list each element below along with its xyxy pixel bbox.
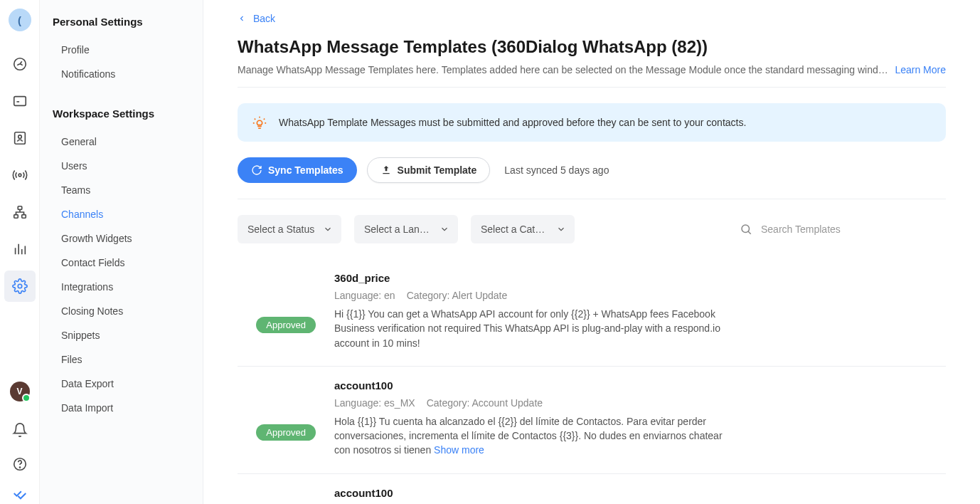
- submit-template-button[interactable]: Submit Template: [367, 157, 491, 183]
- sync-templates-label: Sync Templates: [268, 164, 343, 176]
- sidebar-item-channels[interactable]: Channels: [53, 202, 190, 226]
- search-icon: [740, 223, 752, 236]
- template-body-col: account100Language: es_MXCategory: Accou…: [334, 379, 733, 458]
- status-badge: Approved: [256, 424, 316, 441]
- status-badge: Approved: [256, 317, 316, 333]
- show-more-link[interactable]: Show more: [434, 444, 484, 456]
- sidebar-item-teams[interactable]: Teams: [53, 178, 190, 202]
- settings-sidebar: Personal Settings ProfileNotifications W…: [40, 0, 203, 504]
- svg-rect-5: [18, 206, 22, 210]
- filter-category-select[interactable]: Select a Categ…: [471, 215, 575, 243]
- template-language: Language: es_MX: [334, 397, 415, 409]
- inbox-icon[interactable]: [4, 85, 36, 117]
- nav-rail: ( V: [0, 0, 40, 504]
- bell-icon[interactable]: [4, 414, 36, 446]
- sidebar-item-closing-notes[interactable]: Closing Notes: [53, 299, 190, 323]
- workspace-settings-heading: Workspace Settings: [53, 107, 190, 120]
- svg-rect-1: [14, 97, 26, 106]
- template-name: account100: [334, 379, 733, 392]
- template-body-col: account100Language: esCategory: Account …: [334, 487, 733, 504]
- page-description: Manage WhatsApp Message Templates here. …: [238, 64, 889, 75]
- filter-language-select[interactable]: Select a Langu…: [354, 215, 458, 243]
- chevron-left-icon: [238, 14, 246, 23]
- svg-point-8: [18, 284, 22, 288]
- svg-rect-6: [14, 215, 18, 219]
- sidebar-item-contact-fields[interactable]: Contact Fields: [53, 251, 190, 275]
- sidebar-item-profile[interactable]: Profile: [53, 38, 190, 62]
- template-meta: Language: es_MXCategory: Account Update: [334, 397, 733, 409]
- template-list: Approved360d_priceLanguage: enCategory: …: [238, 259, 946, 504]
- template-category: Category: Account Update: [427, 397, 543, 409]
- template-body-text: Hi {{1}} You can get a WhatsApp API acco…: [334, 307, 733, 350]
- user-avatar[interactable]: V: [10, 382, 30, 401]
- submit-template-label: Submit Template: [398, 164, 477, 176]
- reports-icon[interactable]: [4, 233, 36, 265]
- workspace-avatar[interactable]: (: [9, 9, 31, 31]
- svg-point-3: [18, 135, 21, 139]
- sidebar-item-data-import[interactable]: Data Import: [53, 396, 190, 420]
- help-icon[interactable]: [4, 448, 36, 480]
- template-status-col: Approved: [238, 379, 316, 458]
- main-content: Back WhatsApp Message Templates (360Dial…: [203, 0, 980, 504]
- filter-status-select[interactable]: Select a Status: [238, 215, 341, 243]
- last-synced-text: Last synced 5 days ago: [504, 164, 609, 176]
- workflows-icon[interactable]: [4, 196, 36, 228]
- template-row: Approved360d_priceLanguage: enCategory: …: [238, 259, 946, 367]
- upload-icon: [380, 164, 392, 176]
- search-wrap: [740, 223, 946, 236]
- info-notice: WhatsApp Template Messages must be submi…: [238, 103, 946, 142]
- template-meta: Language: enCategory: Alert Update: [334, 290, 733, 301]
- refresh-icon: [251, 164, 262, 176]
- svg-point-10: [19, 467, 20, 468]
- chevron-down-icon: [323, 224, 333, 234]
- template-name: account100: [334, 487, 733, 499]
- template-language: Language: en: [334, 290, 395, 301]
- sidebar-item-files[interactable]: Files: [53, 347, 190, 372]
- sidebar-item-integrations[interactable]: Integrations: [53, 275, 190, 299]
- sidebar-item-notifications[interactable]: Notifications: [53, 62, 190, 86]
- template-body-text: Hola {{1}} Tu cuenta ha alcanzado el {{2…: [334, 414, 733, 458]
- filter-category-label: Select a Categ…: [481, 224, 549, 235]
- template-status-col: Approved: [238, 272, 316, 350]
- contacts-icon[interactable]: [4, 122, 36, 154]
- page-title: WhatsApp Message Templates (360Dialog Wh…: [238, 37, 946, 57]
- back-link[interactable]: Back: [238, 13, 275, 24]
- lightbulb-icon: [252, 115, 267, 130]
- notice-text: WhatsApp Template Messages must be submi…: [279, 117, 746, 128]
- learn-more-link[interactable]: Learn More: [895, 64, 946, 75]
- template-body-col: 360d_priceLanguage: enCategory: Alert Up…: [334, 272, 733, 350]
- template-category: Category: Alert Update: [407, 290, 508, 301]
- sidebar-item-general[interactable]: General: [53, 130, 190, 154]
- template-row: Approvedaccount100Language: esCategory: …: [238, 474, 946, 504]
- chevron-down-icon: [556, 224, 566, 234]
- sync-templates-button[interactable]: Sync Templates: [238, 157, 357, 183]
- svg-point-11: [742, 225, 750, 233]
- broadcast-icon[interactable]: [4, 159, 36, 191]
- sidebar-item-snippets[interactable]: Snippets: [53, 323, 190, 347]
- template-name: 360d_price: [334, 272, 733, 284]
- chevron-down-icon: [440, 224, 449, 234]
- sidebar-item-growth-widgets[interactable]: Growth Widgets: [53, 226, 190, 251]
- search-input[interactable]: [761, 224, 946, 235]
- filter-language-label: Select a Langu…: [364, 224, 432, 235]
- template-status-col: Approved: [238, 487, 316, 504]
- settings-icon[interactable]: [4, 271, 36, 302]
- sidebar-item-users[interactable]: Users: [53, 154, 190, 178]
- sidebar-item-data-export[interactable]: Data Export: [53, 372, 190, 396]
- back-label: Back: [253, 13, 275, 24]
- personal-settings-heading: Personal Settings: [53, 16, 190, 28]
- dashboard-icon[interactable]: [4, 48, 36, 80]
- svg-point-4: [18, 174, 21, 177]
- template-row: Approvedaccount100Language: es_MXCategor…: [238, 367, 946, 474]
- svg-rect-7: [21, 215, 26, 219]
- brand-logo-icon: [4, 483, 36, 504]
- filter-status-label: Select a Status: [247, 224, 314, 235]
